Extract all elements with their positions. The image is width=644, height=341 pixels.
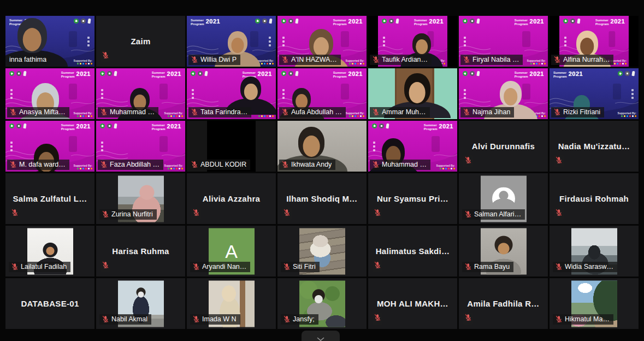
gray-logo-icon [470,71,475,76]
mic-muted-icon [10,208,20,220]
participant-tile[interactable]: Siti Fitri [277,226,367,277]
participant-tile[interactable]: Salman Alfari… [459,173,548,224]
participant-tile[interactable]: SummerProgram2021Supported By:Tata Farin… [187,68,276,119]
green-logo-icon [382,19,387,23]
participant-tile[interactable]: SummerProgram2021Supported By:Faza Abdil… [96,121,185,172]
participant-tile[interactable]: Harisa Ruhma [96,226,185,277]
participant-name-label: Nabil Akmal [99,314,151,325]
participant-name-label: Salman Alfari… [462,209,525,220]
participant-tile[interactable]: SummerProgram2021Supported By:Taufik Ard… [368,16,457,67]
virtual-bg-logo-icons [463,71,480,76]
participant-name: inna fathima [9,56,46,63]
participant-tile[interactable]: Halimatus Sakdi… [368,226,457,277]
participant-name-label: Muhammad … [98,107,158,117]
virtual-bg-mini-icons [464,89,466,99]
participant-tile[interactable]: Salma Zulfatul L… [5,173,94,224]
participant-tile[interactable]: Ilham Shodiq M… [277,173,367,224]
virtual-bg-logo-icons [463,19,480,23]
participant-name-label: Lailatul Fadilah [9,262,70,272]
participant-name-label: M. dafa ward… [7,160,69,170]
participant-name-label: Taufik Ardian… [370,55,432,65]
participant-tile[interactable]: ABDUL KODIR [187,121,276,172]
mic-muted-icon [100,108,108,116]
participant-tile[interactable]: Amila Fadhila R… [459,278,548,329]
participant-name-label: Ikhwata Andy [279,160,335,170]
virtual-bg-logo-icons [9,124,26,128]
hand-logo-icon [269,19,272,24]
participant-name: Muhammad … [382,161,427,168]
hand-logo-icon [295,19,298,24]
participant-name-label: inna fathima [7,55,50,65]
participant-tile[interactable]: DATABASE-01 [5,278,94,329]
participant-tile[interactable]: Nabil Akmal [96,278,185,329]
mic-muted-icon [372,161,380,168]
participant-name: ABDUL KODIR [200,161,246,168]
chevron-down-icon [317,334,324,341]
participant-tile[interactable]: SummerProgram2021Supported By:Muhammad … [368,121,457,172]
participant-tile[interactable]: AAryandi Nan… [187,226,276,277]
virtual-bg-logo-icons [74,19,91,23]
mic-muted-icon [102,315,109,323]
participant-tile[interactable]: SummerProgram2021Supported By:Firyal Nab… [459,16,548,67]
mic-muted-icon [463,56,470,63]
participant-tile[interactable]: SummerProgram2021Supported By:Najma Jiha… [459,68,548,119]
virtual-bg-logo-icons [372,124,389,128]
participant-tile[interactable]: Ikhwata Andy [277,121,367,172]
gray-logo-icon [107,124,112,128]
hand-logo-icon [476,19,480,24]
gallery-collapse-button[interactable] [302,331,340,341]
participant-tile[interactable]: SummerProgram2021Supported By:A'IN HAZWA… [277,16,367,67]
gray-logo-icon [16,71,21,76]
participant-name: Alfina Nurrah… [563,56,610,63]
virtual-bg-brand: SummerProgram2021 [553,71,583,78]
participant-tile[interactable]: SummerProgram2021Supported By:Rizki Fitr… [550,68,639,119]
participant-tile[interactable]: Imada W N [187,278,276,329]
participant-name: Taufik Ardian… [382,56,428,63]
virtual-bg-logo-icons [100,124,117,128]
participant-name: Faza Abdillah … [110,161,159,168]
gray-logo-icon [379,124,384,128]
virtual-bg-mini-icons [464,37,466,46]
participant-tile[interactable]: SummerProgram2021Supported By:Anasya Mif… [5,68,94,119]
participant-tile[interactable]: Rama Bayu [459,226,548,277]
participant-name-label: Faza Abdillah … [98,160,163,170]
participant-tile[interactable]: Alvi Durunnafis [459,121,548,172]
participant-tile[interactable]: Nadia Mu'izzatu… [550,121,639,172]
participant-tile[interactable]: MOH ALI MAKH… [368,278,457,329]
participant-tile[interactable]: Alivia Azzahra [187,173,276,224]
virtual-bg-logo-icons [191,71,208,76]
participant-tile[interactable]: SummerProgram2021Supported By:Alfina Nur… [550,16,639,67]
participant-name-label: Aryandi Nan… [190,262,250,272]
participant-tile[interactable]: SummerProgram2021Supported By:inna fathi… [5,16,94,67]
participant-tile[interactable]: SummerProgram2021Supported By:Muhammad … [96,68,185,119]
mic-muted-icon [283,315,291,323]
supported-by-label: Supported By: [74,111,92,117]
participant-name: Zurina Nurfitri [111,210,153,218]
participant-tile[interactable]: SummerProgram2021Supported By:Willia Dwi… [187,16,276,67]
green-logo-icon [281,71,286,76]
mic-muted-icon [9,161,17,168]
mic-muted-icon [554,155,564,167]
participant-name: A'IN HAZWA… [291,56,337,63]
gray-logo-icon [470,19,475,23]
participant-tile[interactable]: Jansfy; [277,278,367,329]
hand-logo-icon [577,19,580,24]
participant-tile[interactable]: Firdausi Rohmah [550,173,639,224]
participant-tile[interactable]: Zaim [96,16,185,67]
virtual-bg-mini-icons [101,142,103,151]
participant-tile[interactable]: Lailatul Fadilah [5,226,94,277]
virtual-bg-logo-icons [100,71,117,76]
virtual-bg-logo-icons [255,19,272,23]
participant-name-label: Siti Fitri [281,262,320,272]
hand-logo-icon [114,71,117,77]
participant-tile[interactable]: Widia Sarasw… [550,226,639,277]
participant-tile[interactable]: Zurina Nurfitri [96,173,185,224]
participant-tile[interactable]: Nur Syamsu Pri… [368,173,457,224]
participant-tile[interactable]: Hikmatul Ma… [550,278,639,329]
participant-tile[interactable]: SummerProgram2021Supported By:Aufa Abdul… [277,68,367,119]
participant-name-label: Jansfy; [281,314,318,325]
participant-tile[interactable]: SummerProgram2021Supported By:M. dafa wa… [5,121,94,172]
supported-by-label: Supported By: [74,164,92,170]
mic-muted-icon [100,161,108,168]
participant-tile[interactable]: Ammar Muh… [368,68,457,119]
